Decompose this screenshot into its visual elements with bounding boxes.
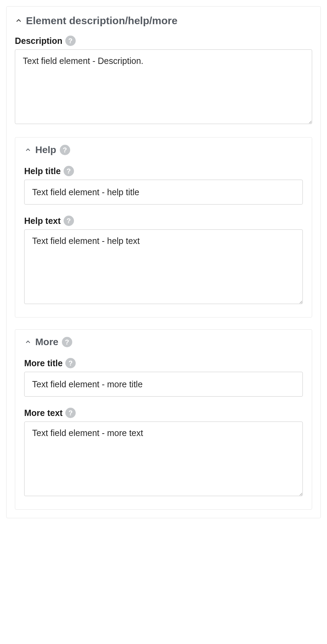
description-label-row: Description ? bbox=[15, 36, 312, 46]
more-title-field-group: More title ? bbox=[24, 358, 303, 397]
help-icon[interactable]: ? bbox=[65, 408, 76, 418]
more-text-label: More text bbox=[24, 408, 63, 418]
more-title-input[interactable] bbox=[24, 372, 303, 397]
help-icon[interactable]: ? bbox=[64, 166, 74, 176]
help-text-textarea[interactable] bbox=[24, 229, 303, 304]
section-title: Element description/help/more bbox=[26, 15, 177, 27]
more-sub-panel: More ? More title ? More text ? bbox=[15, 329, 312, 510]
help-icon[interactable]: ? bbox=[65, 36, 76, 46]
description-label: Description bbox=[15, 36, 63, 46]
help-text-label: Help text bbox=[24, 216, 61, 226]
more-title-label-row: More title ? bbox=[24, 358, 303, 368]
chevron-up-icon bbox=[24, 146, 32, 154]
help-title-label-row: Help title ? bbox=[24, 166, 303, 176]
chevron-up-icon bbox=[15, 17, 22, 25]
help-title-field-group: Help title ? bbox=[24, 166, 303, 205]
section-toggle-more[interactable]: More ? bbox=[24, 337, 303, 348]
more-section-title: More bbox=[35, 337, 58, 348]
element-description-panel: Element description/help/more Descriptio… bbox=[6, 6, 321, 518]
help-icon[interactable]: ? bbox=[65, 358, 76, 368]
help-icon[interactable]: ? bbox=[64, 216, 74, 226]
help-title-label: Help title bbox=[24, 166, 61, 176]
more-text-field-group: More text ? bbox=[24, 408, 303, 498]
help-icon[interactable]: ? bbox=[60, 145, 70, 155]
chevron-up-icon bbox=[24, 338, 32, 346]
help-text-label-row: Help text ? bbox=[24, 216, 303, 226]
help-title-input[interactable] bbox=[24, 180, 303, 205]
help-text-field-group: Help text ? bbox=[24, 216, 303, 305]
section-toggle-help[interactable]: Help ? bbox=[24, 144, 303, 155]
description-field-group: Description ? bbox=[15, 36, 312, 125]
help-sub-panel: Help ? Help title ? Help text ? bbox=[15, 137, 312, 318]
help-icon[interactable]: ? bbox=[62, 337, 72, 347]
help-section-title: Help bbox=[35, 144, 56, 155]
section-toggle-description-help-more[interactable]: Element description/help/more bbox=[15, 15, 312, 27]
more-text-textarea[interactable] bbox=[24, 422, 303, 496]
more-text-label-row: More text ? bbox=[24, 408, 303, 418]
more-title-label: More title bbox=[24, 358, 63, 368]
description-textarea[interactable] bbox=[15, 49, 312, 124]
